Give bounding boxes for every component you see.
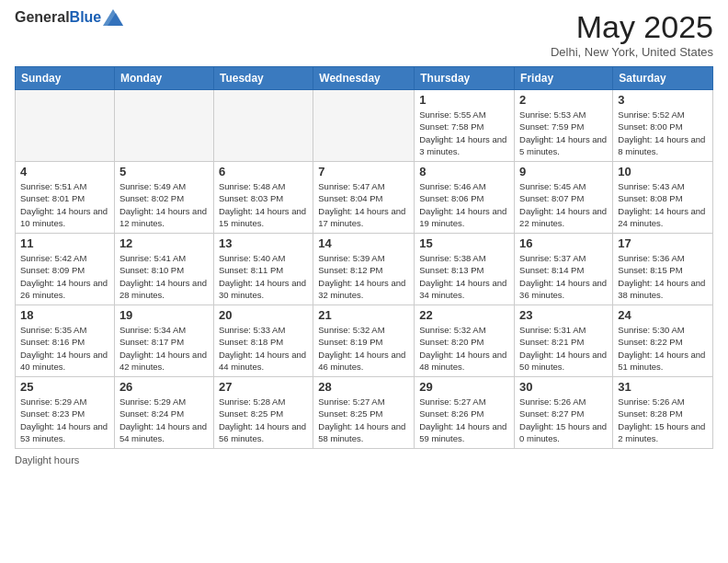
day-info: Sunrise: 5:27 AMSunset: 8:26 PMDaylight:… <box>419 396 509 444</box>
page: General Blue May 2025 Delhi, New York, U… <box>0 0 728 563</box>
day-info: Sunrise: 5:29 AMSunset: 8:24 PMDaylight:… <box>119 396 209 444</box>
calendar-week-3: 11Sunrise: 5:42 AMSunset: 8:09 PMDayligh… <box>16 234 713 305</box>
day-number: 1 <box>419 93 509 107</box>
calendar-cell: 3Sunrise: 5:52 AMSunset: 8:00 PMDaylight… <box>613 90 713 162</box>
day-number: 22 <box>419 308 509 322</box>
day-info: Sunrise: 5:37 AMSunset: 8:14 PMDaylight:… <box>519 252 608 301</box>
day-number: 30 <box>519 380 608 394</box>
day-info: Sunrise: 5:46 AMSunset: 8:06 PMDaylight:… <box>419 180 509 229</box>
day-number: 9 <box>519 165 608 178</box>
day-number: 13 <box>219 236 308 250</box>
calendar-cell: 4Sunrise: 5:51 AMSunset: 8:01 PMDaylight… <box>16 162 115 234</box>
calendar-cell: 1Sunrise: 5:55 AMSunset: 7:58 PMDaylight… <box>415 90 515 162</box>
calendar-cell: 5Sunrise: 5:49 AMSunset: 8:02 PMDaylight… <box>114 162 213 234</box>
logo-blue: Blue <box>70 9 102 26</box>
day-number: 3 <box>618 93 708 107</box>
day-info: Sunrise: 5:39 AMSunset: 8:12 PMDaylight:… <box>318 252 409 301</box>
title-area: May 2025 Delhi, New York, United States <box>551 9 713 59</box>
day-number: 16 <box>519 236 608 250</box>
day-info: Sunrise: 5:38 AMSunset: 8:13 PMDaylight:… <box>419 252 509 301</box>
day-info: Sunrise: 5:27 AMSunset: 8:25 PMDaylight:… <box>318 396 409 444</box>
calendar-cell: 15Sunrise: 5:38 AMSunset: 8:13 PMDayligh… <box>415 234 515 305</box>
day-number: 5 <box>119 165 209 178</box>
calendar-cell: 13Sunrise: 5:40 AMSunset: 8:11 PMDayligh… <box>213 234 313 305</box>
day-info: Sunrise: 5:49 AMSunset: 8:02 PMDaylight:… <box>119 180 209 229</box>
day-number: 24 <box>618 308 708 322</box>
month-title: May 2025 <box>551 9 713 45</box>
calendar-cell: 9Sunrise: 5:45 AMSunset: 8:07 PMDaylight… <box>515 162 613 234</box>
day-info: Sunrise: 5:40 AMSunset: 8:11 PMDaylight:… <box>219 252 308 301</box>
day-number: 10 <box>618 165 708 178</box>
col-sunday: Sunday <box>16 67 115 90</box>
col-tuesday: Tuesday <box>213 67 313 90</box>
logo-text: General Blue <box>15 9 123 26</box>
day-number: 23 <box>519 308 608 322</box>
day-info: Sunrise: 5:35 AMSunset: 8:16 PMDaylight:… <box>20 324 109 373</box>
day-number: 6 <box>219 165 308 178</box>
calendar-cell <box>114 90 213 162</box>
day-info: Sunrise: 5:30 AMSunset: 8:22 PMDaylight:… <box>618 324 708 373</box>
logo-general: General <box>15 9 70 26</box>
calendar-cell: 8Sunrise: 5:46 AMSunset: 8:06 PMDaylight… <box>415 162 515 234</box>
day-info: Sunrise: 5:28 AMSunset: 8:25 PMDaylight:… <box>219 396 308 444</box>
calendar-cell: 23Sunrise: 5:31 AMSunset: 8:21 PMDayligh… <box>515 305 613 377</box>
calendar-cell: 7Sunrise: 5:47 AMSunset: 8:04 PMDaylight… <box>313 162 415 234</box>
day-number: 21 <box>318 308 409 322</box>
calendar-week-2: 4Sunrise: 5:51 AMSunset: 8:01 PMDaylight… <box>16 162 713 234</box>
calendar-cell: 27Sunrise: 5:28 AMSunset: 8:25 PMDayligh… <box>213 377 313 449</box>
col-monday: Monday <box>114 67 213 90</box>
day-info: Sunrise: 5:45 AMSunset: 8:07 PMDaylight:… <box>519 180 608 229</box>
calendar-cell: 24Sunrise: 5:30 AMSunset: 8:22 PMDayligh… <box>613 305 713 377</box>
calendar-cell: 26Sunrise: 5:29 AMSunset: 8:24 PMDayligh… <box>114 377 213 449</box>
day-info: Sunrise: 5:34 AMSunset: 8:17 PMDaylight:… <box>119 324 209 373</box>
calendar-cell: 31Sunrise: 5:26 AMSunset: 8:28 PMDayligh… <box>613 377 713 449</box>
calendar-cell: 30Sunrise: 5:26 AMSunset: 8:27 PMDayligh… <box>515 377 613 449</box>
day-number: 4 <box>20 165 109 178</box>
calendar-cell <box>313 90 415 162</box>
calendar-cell: 17Sunrise: 5:36 AMSunset: 8:15 PMDayligh… <box>613 234 713 305</box>
day-number: 11 <box>20 236 109 250</box>
calendar-cell: 19Sunrise: 5:34 AMSunset: 8:17 PMDayligh… <box>114 305 213 377</box>
calendar-cell: 25Sunrise: 5:29 AMSunset: 8:23 PMDayligh… <box>16 377 115 449</box>
day-number: 31 <box>618 380 708 394</box>
day-number: 17 <box>618 236 708 250</box>
calendar-cell: 10Sunrise: 5:43 AMSunset: 8:08 PMDayligh… <box>613 162 713 234</box>
day-number: 18 <box>20 308 109 322</box>
day-info: Sunrise: 5:41 AMSunset: 8:10 PMDaylight:… <box>119 252 209 301</box>
calendar-cell <box>213 90 313 162</box>
calendar-cell: 28Sunrise: 5:27 AMSunset: 8:25 PMDayligh… <box>313 377 415 449</box>
calendar-cell: 21Sunrise: 5:32 AMSunset: 8:19 PMDayligh… <box>313 305 415 377</box>
day-info: Sunrise: 5:32 AMSunset: 8:19 PMDaylight:… <box>318 324 409 373</box>
day-number: 14 <box>318 236 409 250</box>
calendar-cell: 6Sunrise: 5:48 AMSunset: 8:03 PMDaylight… <box>213 162 313 234</box>
col-saturday: Saturday <box>613 67 713 90</box>
calendar-cell <box>16 90 115 162</box>
calendar-week-4: 18Sunrise: 5:35 AMSunset: 8:16 PMDayligh… <box>16 305 713 377</box>
calendar-week-5: 25Sunrise: 5:29 AMSunset: 8:23 PMDayligh… <box>16 377 713 449</box>
day-info: Sunrise: 5:26 AMSunset: 8:28 PMDaylight:… <box>618 396 708 444</box>
day-number: 27 <box>219 380 308 394</box>
day-number: 26 <box>119 380 209 394</box>
day-number: 8 <box>419 165 509 178</box>
day-info: Sunrise: 5:51 AMSunset: 8:01 PMDaylight:… <box>20 180 109 229</box>
day-number: 12 <box>119 236 209 250</box>
calendar-cell: 29Sunrise: 5:27 AMSunset: 8:26 PMDayligh… <box>415 377 515 449</box>
logo-icon <box>103 9 123 26</box>
calendar-cell: 2Sunrise: 5:53 AMSunset: 7:59 PMDaylight… <box>515 90 613 162</box>
header: General Blue May 2025 Delhi, New York, U… <box>15 9 713 59</box>
day-number: 7 <box>318 165 409 178</box>
day-number: 15 <box>419 236 509 250</box>
calendar-cell: 18Sunrise: 5:35 AMSunset: 8:16 PMDayligh… <box>16 305 115 377</box>
logo: General Blue <box>15 9 123 26</box>
calendar-cell: 16Sunrise: 5:37 AMSunset: 8:14 PMDayligh… <box>515 234 613 305</box>
day-number: 29 <box>419 380 509 394</box>
day-info: Sunrise: 5:36 AMSunset: 8:15 PMDaylight:… <box>618 252 708 301</box>
day-number: 19 <box>119 308 209 322</box>
col-thursday: Thursday <box>415 67 515 90</box>
day-info: Sunrise: 5:47 AMSunset: 8:04 PMDaylight:… <box>318 180 409 229</box>
day-info: Sunrise: 5:42 AMSunset: 8:09 PMDaylight:… <box>20 252 109 301</box>
day-info: Sunrise: 5:55 AMSunset: 7:58 PMDaylight:… <box>419 109 509 157</box>
day-info: Sunrise: 5:32 AMSunset: 8:20 PMDaylight:… <box>419 324 509 373</box>
day-number: 20 <box>219 308 308 322</box>
day-info: Sunrise: 5:48 AMSunset: 8:03 PMDaylight:… <box>219 180 308 229</box>
